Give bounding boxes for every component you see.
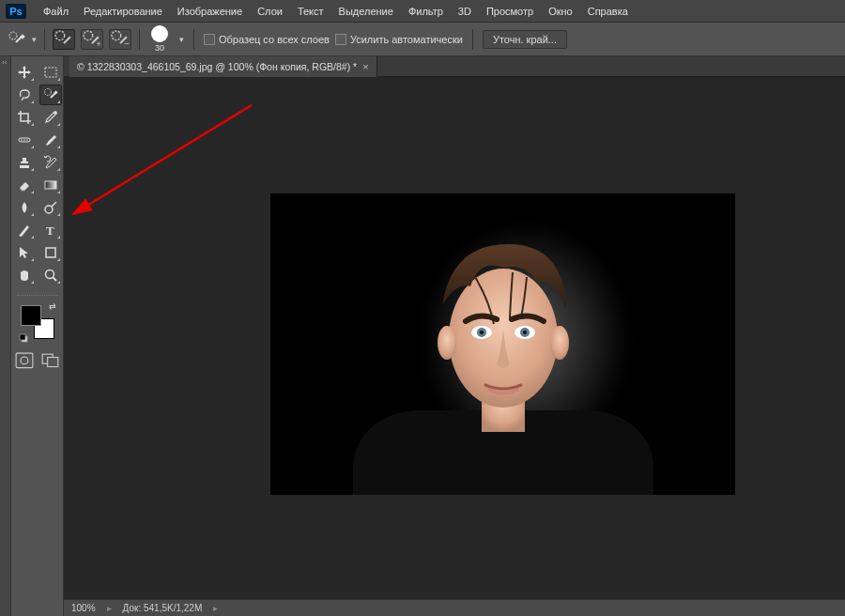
expand-icon: ‹‹ [2,58,7,67]
move-tool[interactable] [13,62,36,83]
sample-all-layers-checkbox[interactable]: Образец со всех слоев [204,34,330,45]
svg-point-14 [26,139,28,141]
document-area: © 1322830303_466105_69.jpg @ 100% (Фон к… [64,56,845,616]
refine-edge-button[interactable]: Уточн. край... [483,30,567,49]
chevron-down-icon: ▾ [32,35,37,44]
menu-filter[interactable]: Фильтр [401,0,451,23]
gradient-tool[interactable] [39,175,62,195]
menu-window[interactable]: Окно [541,0,580,23]
hand-tool[interactable] [13,265,36,285]
svg-line-26 [73,105,252,214]
menu-select[interactable]: Выделение [331,0,401,23]
menu-help[interactable]: Справка [580,0,636,23]
marquee-tool[interactable] [39,62,62,83]
new-selection-button[interactable] [53,29,75,50]
subtract-from-selection-button[interactable]: − [109,29,131,50]
zoom-tool[interactable] [39,265,62,285]
svg-point-23 [21,357,28,364]
svg-point-30 [550,326,569,360]
screen-mode-button[interactable] [41,352,60,369]
svg-rect-15 [45,181,56,189]
svg-point-13 [23,139,25,141]
subject-portrait [423,235,583,441]
svg-point-10 [54,111,57,115]
status-bar: 100% ▸ Док: 541,5K/1,22M ▸ [64,599,845,616]
separator [17,295,58,296]
svg-point-36 [523,331,527,334]
svg-rect-7 [45,68,56,77]
checkbox-icon [335,34,346,45]
path-select-tool[interactable] [13,242,36,263]
chevron-down-icon[interactable]: ▾ [179,35,184,44]
svg-rect-18 [46,248,55,257]
svg-point-29 [438,326,456,360]
document-tab-title: © 1322830303_466105_69.jpg @ 100% (Фон к… [77,56,357,77]
svg-point-16 [45,206,53,213]
crop-tool[interactable] [13,107,36,128]
toolbox: T ⇄ [11,56,64,616]
add-to-selection-button[interactable]: + [81,29,103,50]
color-swatches[interactable]: ⇄ [21,305,54,339]
annotation-arrow [64,94,270,225]
checkbox-label: Усилить автоматически [350,34,463,45]
svg-point-19 [45,270,54,279]
svg-point-12 [21,139,23,141]
close-icon[interactable]: × [362,56,368,77]
type-tool[interactable]: T [39,220,62,240]
blur-tool[interactable] [13,197,36,218]
history-brush-tool[interactable] [39,152,62,173]
svg-point-2 [55,31,65,40]
quick-mask-button[interactable] [15,352,34,369]
svg-text:−: − [124,38,130,49]
default-colors-icon[interactable] [19,333,28,343]
document-tab[interactable]: © 1322830303_466105_69.jpg @ 100% (Фон к… [69,56,377,77]
menu-edit[interactable]: Редактирование [76,0,170,23]
app-logo: Ps [6,4,26,19]
auto-enhance-checkbox[interactable]: Усилить автоматически [335,34,463,45]
menu-file[interactable]: Файл [36,0,76,23]
collapsed-panel-strip[interactable]: ‹‹ [0,56,11,616]
eraser-tool[interactable] [13,175,36,195]
svg-point-8 [44,89,51,96]
quick-select-tool[interactable] [39,85,62,105]
foreground-color-swatch[interactable] [21,305,41,326]
dodge-tool[interactable] [39,197,62,218]
menu-view[interactable]: Просмотр [479,0,541,23]
tool-preset-picker[interactable]: ▾ [8,30,37,49]
svg-rect-21 [20,334,25,340]
svg-point-3 [84,31,93,40]
options-bar: ▾ + − 30 ▾ Образец со всех слоев Усилить… [0,23,845,56]
menu-layers[interactable]: Слои [250,0,290,23]
document-tab-strip: © 1322830303_466105_69.jpg @ 100% (Фон к… [64,56,845,77]
clone-stamp-tool[interactable] [13,152,36,173]
svg-point-5 [112,31,121,40]
menu-image[interactable]: Изображение [170,0,250,23]
canvas-viewport[interactable] [64,77,845,599]
brush-preview-picker[interactable]: 30 [151,25,168,53]
checkbox-label: Образец со всех слоев [219,34,330,45]
healing-brush-tool[interactable] [13,130,36,150]
image-canvas [270,193,735,495]
svg-point-34 [480,331,484,334]
checkbox-icon [204,34,215,45]
svg-point-0 [9,32,17,39]
menu-3d[interactable]: 3D [451,0,479,23]
brush-size-label: 30 [155,43,164,53]
shape-tool[interactable] [39,242,62,263]
menu-text[interactable]: Текст [290,0,331,23]
svg-text:T: T [46,223,54,238]
svg-text:+: + [96,38,101,49]
zoom-level[interactable]: 100% [71,603,96,613]
workspace: ‹‹ T ⇄ © 1322830303_466105_69.jpg @ 100%… [0,56,845,616]
eyedropper-tool[interactable] [39,107,62,128]
svg-rect-22 [16,353,33,368]
lasso-tool[interactable] [13,85,36,105]
brush-tool[interactable] [39,130,62,150]
brush-dot-icon [151,25,168,42]
menu-bar: Ps Файл Редактирование Изображение Слои … [0,0,845,23]
svg-rect-25 [47,358,57,367]
pen-tool[interactable] [13,220,36,240]
swap-colors-icon[interactable]: ⇄ [49,301,56,311]
doc-info: Док: 541,5K/1,22M [123,603,203,613]
